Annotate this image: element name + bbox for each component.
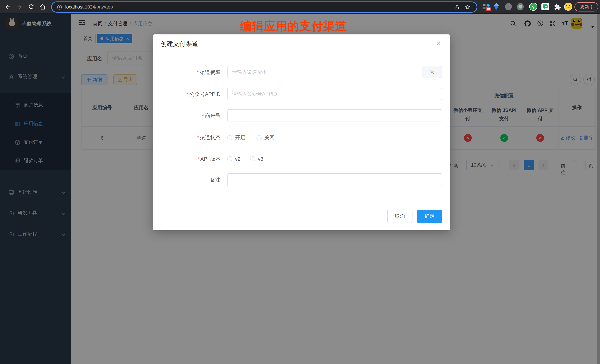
required-mark: * (197, 156, 199, 162)
extension-dot-icon[interactable] (516, 2, 525, 11)
appid-input[interactable] (227, 88, 442, 100)
app-page: 芋道管理系统 首页 系统管理 支付管理 商户信息 (0, 13, 600, 364)
merchant-no-input[interactable] (227, 109, 442, 121)
extension-chat-icon[interactable] (540, 2, 550, 11)
radio-api-v2[interactable]: v2 (227, 156, 241, 162)
modal-title: 创建支付渠道 (160, 40, 198, 48)
radio-circle (227, 135, 232, 140)
url-bar[interactable]: localhost:1024/pay/app (51, 1, 477, 13)
browser-update-button[interactable]: 更新 (574, 2, 598, 11)
svg-text:y: y (532, 4, 534, 9)
api-version-radio-group: v2 v3 (227, 156, 263, 162)
reload-icon[interactable] (27, 3, 35, 11)
browser-toolbar: localhost:1024/pay/app 10 ⌘ (0, 0, 600, 14)
radio-status-closed[interactable]: 关闭 (256, 134, 275, 141)
required-mark: * (202, 113, 204, 118)
browser-menu-icon[interactable] (591, 4, 592, 9)
radio-label: 开启 (235, 134, 245, 141)
required-mark: * (197, 135, 199, 140)
annotation-text: 编辑应用的支付渠道 (240, 18, 347, 34)
radio-label: 关闭 (264, 134, 275, 141)
extension-badge: 10 (487, 7, 490, 11)
field-label-merchant-no: *商户号 (153, 113, 221, 119)
update-label: 更新 (580, 4, 589, 10)
screen: localhost:1024/pay/app 10 ⌘ (0, 0, 600, 364)
create-pay-channel-modal: 创建支付渠道 ✕ *渠道费率 % *公众号APPID *商户号 *渠道状态 开启… (153, 35, 450, 230)
bookmark-star-icon[interactable] (465, 4, 471, 10)
status-radio-group: 开启 关闭 (227, 134, 275, 141)
radio-circle (250, 156, 255, 162)
extension-command-icon[interactable]: ⌘ (504, 2, 513, 11)
url-text: localhost:1024/pay/app (65, 4, 113, 10)
field-label-rate: *渠道费率 (153, 69, 221, 76)
extensions-puzzle-icon[interactable] (552, 2, 562, 11)
rate-input-group: % (227, 66, 442, 78)
radio-status-open[interactable]: 开启 (227, 134, 245, 141)
share-icon[interactable] (454, 4, 459, 10)
extension-gem-icon[interactable] (491, 2, 501, 11)
site-info-icon[interactable] (57, 4, 62, 10)
back-icon[interactable] (4, 3, 12, 11)
profile-avatar-icon[interactable] (563, 2, 573, 11)
field-label-api-version: *API 版本 (153, 156, 221, 163)
radio-label: v3 (258, 156, 263, 162)
home-icon[interactable] (38, 3, 47, 11)
field-label-status: *渠道状态 (153, 134, 221, 141)
forward-icon[interactable] (15, 3, 23, 11)
radio-circle (227, 156, 232, 162)
percent-suffix: % (422, 66, 442, 78)
modal-close-icon[interactable]: ✕ (435, 40, 442, 48)
extension-y-icon[interactable]: y (528, 2, 538, 11)
cancel-button[interactable]: 取消 (387, 209, 412, 223)
svg-text:⌘: ⌘ (506, 4, 510, 9)
extension-pin-icon[interactable]: 10 (482, 2, 492, 11)
radio-circle (256, 135, 262, 140)
required-mark: * (197, 70, 199, 75)
required-mark: * (187, 91, 188, 97)
field-label-remark: 备注 (153, 177, 221, 183)
field-label-appid: *公众号APPID (153, 91, 221, 98)
remark-input[interactable] (227, 173, 442, 186)
radio-api-v3[interactable]: v3 (250, 156, 263, 162)
radio-label: v2 (235, 156, 241, 162)
rate-input[interactable] (227, 66, 422, 78)
confirm-button[interactable]: 确定 (417, 209, 442, 223)
